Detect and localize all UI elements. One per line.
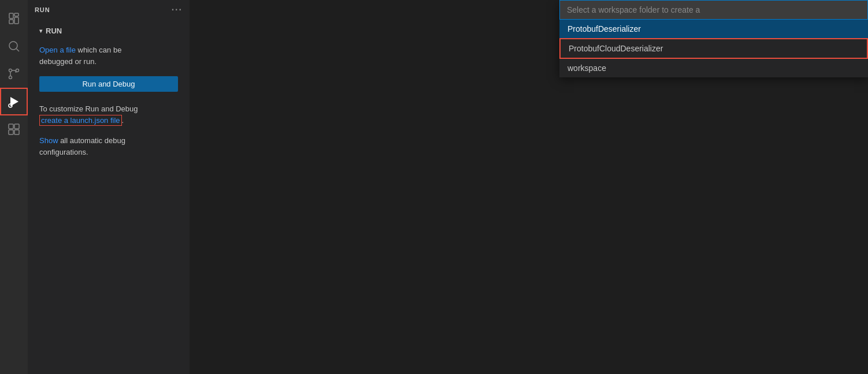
customize-text-2: .: [122, 116, 124, 125]
run-and-debug-button[interactable]: Run and Debug: [39, 76, 178, 92]
run-label: RUN: [46, 27, 62, 35]
show-debug-text: Show all automatic debugconfigurations.: [39, 135, 178, 158]
chevron-icon: ▾: [39, 28, 42, 34]
customize-text-1: To customize Run and Debug: [39, 104, 138, 113]
sidebar-panel: RUN ··· ▾ RUN Open a file which can bede…: [28, 0, 190, 374]
svg-rect-1: [9, 20, 13, 24]
svg-point-7: [9, 76, 12, 79]
svg-point-6: [9, 69, 12, 72]
sidebar-item-run-debug[interactable]: [0, 88, 28, 115]
dropdown-item-label: ProtobufCloudDeserializer: [569, 44, 663, 53]
svg-rect-2: [14, 13, 18, 16]
workspace-folder-list: ProtobufDeserializer ProtobufCloudDeseri…: [559, 20, 868, 77]
svg-rect-15: [14, 130, 19, 134]
dropdown-item-workspace[interactable]: workspace: [559, 59, 868, 77]
main-content: ProtobufDeserializer ProtobufCloudDeseri…: [190, 0, 868, 374]
svg-rect-14: [9, 130, 13, 134]
svg-point-8: [16, 69, 19, 72]
create-launch-json-link[interactable]: create a launch.json file: [39, 115, 122, 126]
sidebar-item-explorer[interactable]: [0, 5, 28, 32]
sidebar-content: ▾ RUN Open a file which can bedebugged o…: [28, 20, 190, 374]
dropdown-item-protobuf-deserializer[interactable]: ProtobufDeserializer: [559, 20, 868, 38]
open-file-link[interactable]: Open a file: [39, 46, 76, 54]
sidebar-item-search[interactable]: [0, 32, 28, 60]
svg-rect-3: [14, 17, 18, 24]
sidebar-item-source-control[interactable]: [0, 60, 28, 88]
dropdown-item-label: ProtobufDeserializer: [567, 24, 641, 33]
show-link[interactable]: Show: [39, 136, 58, 145]
dropdown-item-protobuf-cloud-deserializer[interactable]: ProtobufCloudDeserializer: [559, 38, 868, 59]
workspace-folder-search-input[interactable]: [559, 0, 868, 20]
workspace-folder-dropdown: ProtobufDeserializer ProtobufCloudDeseri…: [559, 0, 868, 77]
activity-bar: [0, 0, 28, 374]
sidebar-item-extensions[interactable]: [0, 115, 28, 143]
sidebar-header: RUN ···: [28, 0, 190, 20]
svg-point-4: [9, 42, 17, 50]
sidebar-more-actions[interactable]: ···: [172, 5, 183, 15]
customize-text: To customize Run and Debug create a laun…: [39, 103, 178, 126]
run-description: Open a file which can bedebugged or run.: [39, 44, 178, 67]
svg-rect-13: [14, 124, 19, 129]
svg-rect-12: [9, 124, 13, 129]
run-section-title: ▾ RUN: [39, 27, 178, 35]
sidebar-title: RUN: [35, 6, 50, 13]
svg-rect-0: [9, 13, 13, 18]
dropdown-item-label: workspace: [567, 63, 606, 73]
svg-line-5: [17, 49, 20, 52]
